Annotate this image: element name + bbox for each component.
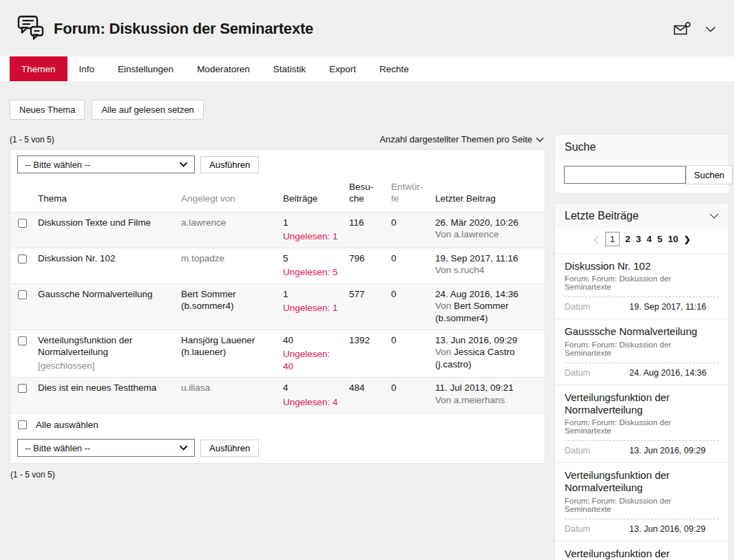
unread-count[interactable]: Ungelesen: 40: [283, 348, 341, 372]
column-entwuerfe: Entwür- fe: [387, 179, 431, 212]
tab-label: Rechte: [379, 64, 409, 74]
row-checkbox[interactable]: [18, 384, 27, 393]
latest-post-forum: Forum: Forum: Diskussion der Seminartext…: [565, 497, 719, 513]
visits-count: 484: [345, 378, 387, 413]
visits-count: 796: [345, 248, 387, 283]
pagination-page[interactable]: 10: [668, 234, 678, 244]
row-checkbox[interactable]: [18, 219, 27, 228]
row-checkbox[interactable]: [18, 336, 27, 345]
execute-button-bottom[interactable]: Ausführen: [200, 440, 259, 457]
pagination-page[interactable]: 3: [636, 234, 641, 244]
select-all-checkbox[interactable]: [18, 420, 27, 429]
latest-post-date: 19. Sep 2017, 11:16: [629, 302, 706, 312]
von-prefix: Von: [435, 301, 454, 311]
collapse-header-chevron-down-icon[interactable]: [705, 26, 716, 32]
column-thema[interactable]: Thema: [34, 179, 177, 212]
last-post-author: s.ruch4: [454, 265, 484, 275]
latest-post-title[interactable]: Gausssche Normalverteilung: [565, 325, 719, 338]
list-item: Verteilungsfunktion der Normalverteilung…: [555, 541, 728, 560]
creator-link[interactable]: Hansjörg Lauener (h.lauener): [181, 335, 255, 358]
tab-bar: Themen Info Einstellungen Moderatoren St…: [0, 56, 734, 81]
column-label: Thema: [38, 193, 67, 204]
date-label: Datum: [565, 302, 629, 312]
drafts-count: 0: [387, 330, 431, 378]
pagination-page[interactable]: 2: [625, 234, 631, 244]
topic-link[interactable]: Verteilungsfunktion der Normalverteilung: [38, 335, 132, 358]
tab-rechte[interactable]: Rechte: [368, 56, 421, 81]
posts-count: 1: [283, 217, 341, 229]
tab-info[interactable]: Info: [67, 56, 107, 81]
topic-link[interactable]: Gaussche Normalverteilung: [38, 289, 153, 299]
chevron-down-icon: [536, 137, 544, 142]
execute-button-top[interactable]: Ausführen: [200, 156, 259, 173]
result-range-bottom: (1 - 5 von 5): [10, 464, 545, 480]
column-label: Angelegt von: [181, 193, 235, 204]
drafts-count: 0: [387, 248, 431, 283]
tab-themen[interactable]: Themen: [10, 56, 67, 81]
table-row: Diskussion Nr. 102 m.topadze 5Ungelesen:…: [10, 248, 545, 283]
column-beitraege[interactable]: Beiträge: [279, 179, 345, 212]
list-item: Verteilungsfunktion der Normalverteilung…: [555, 462, 728, 541]
last-post-date: 13. Jun 2016, 09:29: [435, 334, 541, 347]
topic-link[interactable]: Diskussion Texte und Filme: [38, 217, 151, 228]
table-row: Gaussche Normalverteilung Bert Sommer (b…: [10, 283, 545, 330]
latest-post-date: 13. Jun 2016, 09:29: [629, 524, 706, 534]
header-checkbox-spacer: [10, 179, 34, 212]
tab-export[interactable]: Export: [317, 56, 368, 81]
search-button[interactable]: Suchen: [686, 165, 733, 184]
search-input[interactable]: [564, 166, 686, 184]
chevron-down-icon: [179, 445, 188, 451]
result-range-top: (1 - 5 von 5): [10, 135, 54, 144]
von-prefix: Von: [435, 347, 454, 357]
topic-link[interactable]: Dies ist ein neues Testthema: [38, 383, 156, 393]
latest-post-forum: Forum: Forum: Diskussion der Seminartext…: [565, 341, 719, 357]
latest-post-title[interactable]: Verteilungsfunktion der Normalverteilung: [565, 548, 719, 560]
latest-post-title[interactable]: Verteilungsfunktion der Normalverteilung: [565, 469, 719, 495]
forum-icon: [15, 14, 45, 45]
tab-label: Themen: [21, 64, 56, 74]
posts-count: 5: [283, 252, 341, 265]
bulk-select-value: -- Bitte wählen --: [25, 443, 90, 453]
new-topic-button[interactable]: Neues Thema: [10, 100, 85, 120]
pagination-page-current[interactable]: 1: [605, 232, 620, 246]
topic-status: [geschlossen]: [38, 360, 173, 372]
column-letzter-beitrag[interactable]: Letzter Beitrag: [431, 179, 545, 212]
topic-link[interactable]: Diskussion Nr. 102: [38, 253, 116, 263]
mail-notification-icon[interactable]: [673, 22, 691, 36]
unread-count[interactable]: Ungelesen: 1: [283, 302, 341, 314]
row-checkbox[interactable]: [18, 290, 27, 299]
latest-post-title[interactable]: Diskussion Nr. 102: [565, 260, 719, 272]
visits-count: 116: [345, 212, 387, 248]
tab-einstellungen[interactable]: Einstellungen: [106, 56, 185, 81]
bulk-action-select-bottom[interactable]: -- Bitte wählen --: [17, 439, 195, 457]
tab-moderatoren[interactable]: Moderatoren: [185, 56, 262, 81]
page-title: Forum: Diskussion der Seminartexte: [54, 20, 313, 38]
topics-table: Thema Angelegt von Beiträge Besu- che En…: [10, 179, 545, 413]
collapse-panel-chevron-down-icon[interactable]: [709, 213, 719, 219]
posts-count: 40: [283, 334, 341, 347]
unread-count[interactable]: Ungelesen: 1: [283, 230, 341, 243]
column-label: Besu- che: [349, 182, 373, 204]
column-besuche[interactable]: Besu- che: [345, 179, 387, 212]
unread-count[interactable]: Ungelesen: 5: [283, 266, 341, 279]
tab-statistik[interactable]: Statistik: [262, 56, 317, 81]
content: (1 - 5 von 5) Anzahl dargestellter Theme…: [0, 120, 734, 560]
unread-count[interactable]: Ungelesen: 4: [283, 396, 341, 409]
pagination-page[interactable]: 5: [658, 234, 663, 244]
pagination-page[interactable]: 4: [647, 234, 652, 244]
creator-link[interactable]: Bert Sommer (b.sommer4): [181, 289, 236, 312]
list-item: Verteilungsfunktion der Normalverteilung…: [555, 385, 728, 463]
pagination-next-icon[interactable]: ❯: [684, 235, 691, 244]
date-label: Datum: [565, 446, 629, 455]
bulk-action-select-top[interactable]: -- Bitte wählen --: [17, 155, 195, 173]
date-label: Datum: [565, 524, 629, 534]
latest-post-title[interactable]: Verteilungsfunktion der Normalverteilung: [565, 391, 719, 417]
row-checkbox[interactable]: [18, 255, 27, 263]
select-all-label: Alle auswählen: [36, 420, 98, 430]
per-page-dropdown[interactable]: Anzahl dargestellter Themen pro Seite: [379, 134, 544, 144]
creator: u.iliasa: [181, 383, 210, 393]
latest-posts-panel: Letzte Beiträge ❮ 1 2 3 4 5 10 ❯ Diskuss…: [554, 203, 729, 560]
mark-all-read-button[interactable]: Alle auf gelesen setzen: [92, 100, 203, 120]
last-post-date: 19. Sep 2017, 11:16: [435, 252, 541, 265]
last-post-author: a.meierhans: [454, 395, 505, 405]
